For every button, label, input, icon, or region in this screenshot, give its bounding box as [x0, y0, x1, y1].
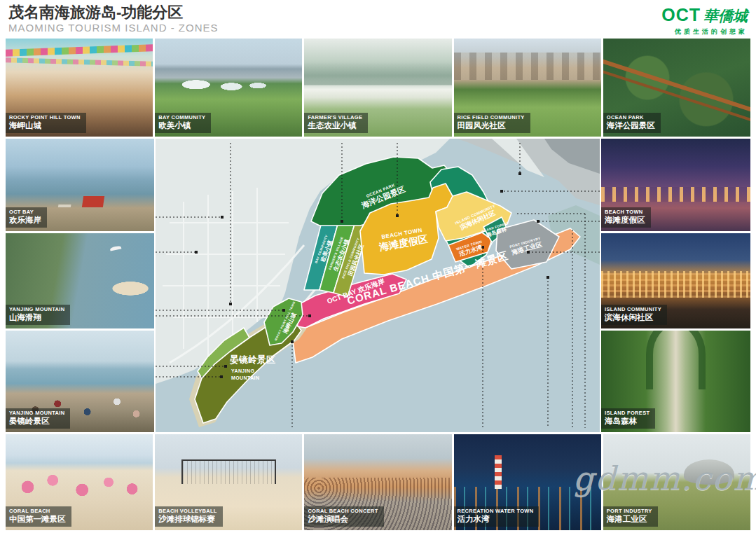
photo-beach-volleyball: BEACH VOLLEYBALL 沙滩排球锦标赛 [155, 434, 302, 530]
photo-rocky-point-hill-town: ROCKY POINT HILL TOWN 海岬山城 [6, 39, 153, 137]
photo-bay-community: BAY COMMUNITY 欧美小镇 [155, 39, 302, 137]
oct-logo-text: OCT [661, 5, 701, 25]
photo-oct-bay: OCT BAY 欢乐海岸 [6, 139, 154, 231]
photo-caption: OCEAN PARK 海洋公园景区 [603, 113, 661, 133]
svg-text:晏镜岭景区: 晏镜岭景区 [229, 354, 275, 365]
photo-caption: FARMER'S VILLAGE 生态农业小镇 [304, 113, 368, 133]
photo-farmers-village: FARMER'S VILLAGE 生态农业小镇 [304, 39, 451, 137]
photo-caption: BEACH TOWN 海滩度假区 [601, 207, 651, 228]
header: 茂名南海旅游岛-功能分区 MAOMING TOURISM ISLAND - ZO… [8, 4, 749, 37]
photo-caption: CORAL BEACH CONCERT 沙滩演唱会 [304, 506, 383, 527]
page-title: 茂名南海旅游岛-功能分区 [8, 4, 749, 22]
photo-rice-field-community: RICE FIELD COMMUNITY 田园风光社区 [454, 39, 601, 137]
photo-yanjing-paragliding: YANJING MOUNTAIN 山海滑翔 [6, 233, 154, 328]
photo-caption: ROCKY POINT HILL TOWN 海岬山城 [6, 113, 86, 133]
watermark: gdmm.com [573, 459, 756, 497]
page-subtitle: MAOMING TOURISM ISLAND - ZONES [8, 22, 749, 34]
photo-caption: RICE FIELD COMMUNITY 田园风光社区 [454, 113, 530, 133]
oct-logo: OCT 華僑城 优质生活的创想家 [661, 5, 748, 36]
photo-caption: ISLAND FOREST 海岛森林 [601, 408, 655, 429]
photo-column-left: OCT BAY 欢乐海岸 YANJING MOUNTAIN 山海滑翔 YANJI… [6, 139, 154, 432]
photo-coral-beach: CORAL BEACH 中国第一滩景区 [6, 434, 153, 530]
photo-caption: BEACH VOLLEYBALL 沙滩排球锦标赛 [155, 506, 223, 527]
photo-caption: ISLAND COMMUNITY 滨海休闲社区 [601, 305, 667, 325]
photo-caption: CORAL BEACH 中国第一滩景区 [6, 506, 71, 527]
photo-beach-town: BEACH TOWN 海滩度假区 [601, 139, 750, 231]
oct-tagline: 优质生活的创想家 [661, 27, 748, 36]
photo-caption: YANJING MOUNTAIN 晏镜岭景区 [6, 408, 70, 429]
svg-text:YANJING: YANJING [231, 368, 254, 373]
photo-caption: RECREATION WATER TOWN 活力水湾 [454, 506, 539, 527]
photo-column-right: BEACH TOWN 海滩度假区 ISLAND COMMUNITY 滨海休闲社区… [601, 139, 750, 432]
photo-ocean-park: OCEAN PARK 海洋公园景区 [603, 39, 750, 137]
photo-caption: OCT BAY 欢乐海岸 [6, 207, 47, 228]
slide-maoming-tourism-island-zones: 茂名南海旅游岛-功能分区 MAOMING TOURISM ISLAND - ZO… [0, 0, 756, 533]
photo-caption: BAY COMMUNITY 欧美小镇 [155, 113, 211, 133]
photo-caption: PORT INDUSTRY 海港工业区 [603, 506, 658, 527]
photo-island-community: ISLAND COMMUNITY 滨海休闲社区 [601, 233, 750, 328]
zoning-map: OCEAN PARK 海洋公园景区 BAY COMMUNITY 欧美小镇 FAR… [156, 139, 600, 432]
photo-yanjing-ridge: YANJING MOUNTAIN 晏镜岭景区 [6, 331, 154, 432]
photo-coral-beach-concert: CORAL BEACH CONCERT 沙滩演唱会 [304, 434, 451, 530]
oct-brand-calligraphy: 華僑城 [703, 6, 748, 26]
photo-row-top: ROCKY POINT HILL TOWN 海岬山城 BAY COMMUNITY… [6, 39, 750, 137]
photo-island-forest: ISLAND FOREST 海岛森林 [601, 331, 750, 432]
svg-text:MOUNTAIN: MOUNTAIN [231, 375, 259, 380]
photo-caption: YANJING MOUNTAIN 山海滑翔 [6, 305, 70, 325]
